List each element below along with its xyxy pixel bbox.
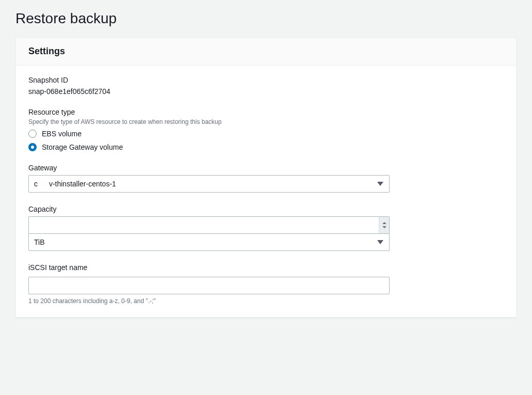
iscsi-target-label: iSCSI target name	[28, 263, 504, 272]
svg-marker-1	[382, 222, 386, 224]
capacity-input[interactable]	[28, 216, 390, 234]
snapshot-id-label: Snapshot ID	[28, 76, 504, 84]
gateway-group: Gateway c v-thinstaller-centos-1	[28, 164, 504, 193]
capacity-unit-select[interactable]: TiB	[28, 233, 390, 251]
radio-circle-selected-icon	[28, 143, 37, 151]
page-title: Restore backup	[15, 10, 517, 27]
gateway-label: Gateway	[28, 164, 504, 172]
capacity-stepper[interactable]	[379, 217, 389, 233]
resource-type-group: Resource type Specify the type of AWS re…	[28, 108, 504, 151]
iscsi-target-input[interactable]	[28, 277, 390, 294]
iscsi-target-group: iSCSI target name 1 to 200 characters in…	[28, 263, 504, 305]
settings-panel: Settings Snapshot ID snap-068e1ef065c6f2…	[15, 37, 517, 318]
gateway-select-value: c v-thinstaller-centos-1	[34, 180, 116, 188]
resource-type-label: Resource type	[28, 108, 504, 116]
capacity-input-wrapper	[28, 216, 390, 234]
capacity-group: Capacity TiB	[28, 205, 504, 251]
radio-ebs-label: EBS volume	[42, 130, 82, 138]
capacity-unit-value: TiB	[34, 238, 44, 246]
snapshot-id-group: Snapshot ID snap-068e1ef065c6f2704	[28, 76, 504, 96]
radio-ebs-volume[interactable]: EBS volume	[28, 130, 504, 138]
resource-type-description: Specify the type of AWS resource to crea…	[28, 118, 504, 125]
gateway-value-suffix: v-thinstaller-centos-1	[49, 180, 116, 188]
gateway-select-box[interactable]: c v-thinstaller-centos-1	[28, 175, 390, 193]
snapshot-id-value: snap-068e1ef065c6f2704	[28, 87, 504, 96]
panel-header-title: Settings	[28, 46, 504, 57]
capacity-label: Capacity	[28, 205, 504, 213]
panel-header: Settings	[16, 38, 516, 66]
gateway-value-masked: c	[34, 180, 47, 188]
radio-storage-gateway-volume[interactable]: Storage Gateway volume	[28, 143, 504, 151]
iscsi-target-hint: 1 to 200 characters including a-z, 0-9, …	[28, 297, 504, 305]
gateway-select[interactable]: c v-thinstaller-centos-1	[28, 175, 390, 193]
radio-sgw-label: Storage Gateway volume	[42, 143, 123, 151]
resource-type-radio-group: EBS volume Storage Gateway volume	[28, 130, 504, 151]
panel-body: Snapshot ID snap-068e1ef065c6f2704 Resou…	[16, 66, 516, 317]
capacity-unit-select-box[interactable]: TiB	[28, 233, 390, 251]
radio-circle-icon	[28, 130, 37, 138]
svg-marker-2	[382, 226, 386, 228]
